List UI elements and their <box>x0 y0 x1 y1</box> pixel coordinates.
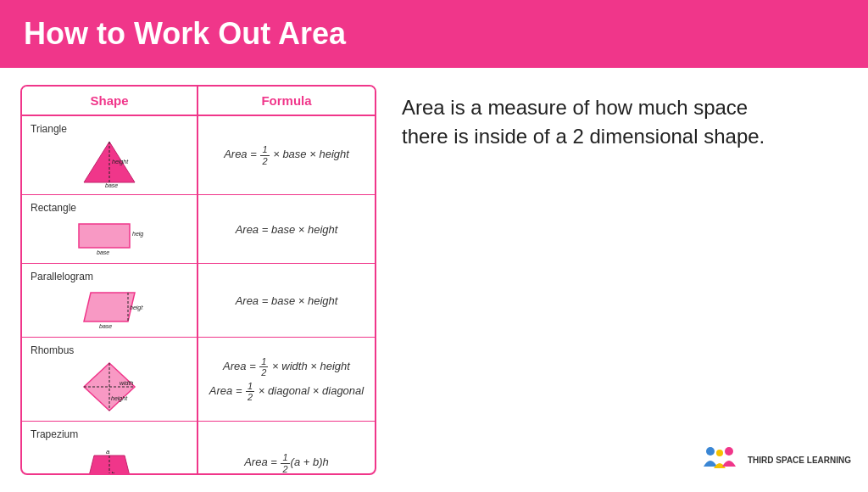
shape-visual-parallelogram: height base <box>31 286 188 330</box>
page-title: How to Work Out Area <box>24 16 346 52</box>
formula-trapezium: Area = 12(a + b)h <box>244 452 329 473</box>
header: How to Work Out Area <box>0 0 868 68</box>
shape-label-parallelogram: Parallelogram <box>31 271 93 282</box>
svg-text:base: base <box>97 249 109 255</box>
formula-cell-trapezium: Area = 12(a + b)h <box>198 422 375 475</box>
svg-text:height: height <box>132 231 143 238</box>
shape-label-trapezium: Trapezium <box>31 428 78 440</box>
svg-rect-4 <box>79 224 130 248</box>
svg-marker-7 <box>84 293 135 321</box>
shape-visual-rhombus: width height <box>31 360 188 414</box>
logo-area: THIRD SPACE LEARNING <box>698 443 851 477</box>
shape-visual-rectangle: height base <box>31 217 188 256</box>
description-text: Area is a measure of how much space ther… <box>402 93 792 150</box>
shape-cell-triangle: Triangle height base <box>22 116 198 194</box>
formula-triangle: Area = 12 × base × height <box>224 144 349 165</box>
shape-visual-triangle: height base <box>31 138 188 187</box>
formula-cell-rhombus: Area = 12 × width × height Area = 12 × d… <box>198 338 375 421</box>
tsl-logo-icon <box>698 443 741 477</box>
logo-text: THIRD SPACE LEARNING <box>748 455 851 466</box>
formula-rhombus-1: Area = 12 × width × height <box>223 356 350 377</box>
svg-point-26 <box>725 447 733 456</box>
shape-cell-parallelogram: Parallelogram height base <box>22 264 198 337</box>
svg-text:base: base <box>99 323 112 329</box>
shape-header: Shape <box>22 87 198 116</box>
formula-parallelogram: Area = base × height <box>236 294 338 307</box>
shape-visual-trapezium: a b h <box>31 444 188 475</box>
svg-text:h: h <box>111 470 115 475</box>
shape-cell-rhombus: Rhombus width height <box>22 338 198 421</box>
table-row: Parallelogram height base Area = base × … <box>22 264 375 338</box>
svg-text:a: a <box>106 448 110 456</box>
svg-text:height: height <box>112 159 129 165</box>
formula-cell-rectangle: Area = base × height <box>198 195 375 263</box>
svg-text:base: base <box>105 182 118 187</box>
svg-text:height: height <box>130 305 143 311</box>
table-row: Rhombus width height Area = 12 × width ×… <box>22 338 375 422</box>
table-row: Triangle height base Area = 12 × base <box>22 116 375 195</box>
svg-point-25 <box>716 450 723 456</box>
shape-cell-rectangle: Rectangle height base <box>22 195 198 263</box>
shape-label-rhombus: Rhombus <box>31 344 74 356</box>
formula-cell-triangle: Area = 12 × base × height <box>198 116 375 194</box>
description-area: Area is a measure of how much space ther… <box>402 85 848 475</box>
main-content: Shape Formula Triangle height base <box>0 68 868 492</box>
formula-rhombus-2: Area = 12 × diagonal × diagonal <box>209 381 364 402</box>
svg-text:width: width <box>120 380 133 386</box>
formula-rectangle: Area = base × height <box>236 223 338 236</box>
shape-cell-trapezium: Trapezium a b h <box>22 422 198 475</box>
formula-cell-parallelogram: Area = base × height <box>198 264 375 337</box>
svg-point-24 <box>706 447 715 456</box>
table-row: Trapezium a b h Area = 12( <box>22 422 375 475</box>
table-row: Rectangle height base Area = base × heig… <box>22 195 375 264</box>
formula-header: Formula <box>198 87 375 116</box>
table-header: Shape Formula <box>22 87 375 116</box>
area-table: Shape Formula Triangle height base <box>20 85 376 475</box>
shape-label-triangle: Triangle <box>31 123 67 135</box>
shape-label-rectangle: Rectangle <box>31 202 76 214</box>
svg-text:height: height <box>111 395 128 402</box>
